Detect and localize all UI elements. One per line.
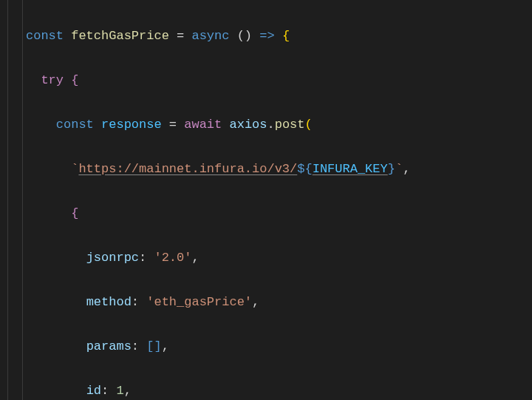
number-value: 1 <box>116 384 123 398</box>
comma: , <box>252 295 259 309</box>
operator: = <box>162 118 185 132</box>
code-line: `https://mainnet.infura.io/v3/${INFURA_K… <box>26 158 532 180</box>
comma: , <box>124 384 132 398</box>
backtick: ` <box>71 162 78 176</box>
prop-params: params <box>86 339 132 353</box>
keyword-async: async <box>191 29 229 43</box>
string-value: '2.0' <box>154 251 191 265</box>
parens: () <box>229 29 259 43</box>
code-line: try { <box>26 70 532 92</box>
colon: : <box>139 251 154 265</box>
string-value: 'eth_gasPrice' <box>146 295 252 309</box>
code-editor[interactable]: const fetchGasPrice = async () => { try … <box>0 0 532 400</box>
code-line: id: 1, <box>26 380 532 400</box>
code-area[interactable]: const fetchGasPrice = async () => { try … <box>26 0 532 400</box>
var-axios: axios <box>229 118 267 132</box>
code-line: jsonrpc: '2.0', <box>26 247 532 269</box>
operator: = <box>169 29 192 43</box>
keyword-try: try <box>41 73 64 87</box>
template-open: ${ <box>297 162 312 176</box>
dot: . <box>267 118 275 132</box>
comma: , <box>403 162 410 176</box>
template-close: } <box>388 162 395 176</box>
brace-open: { <box>275 29 290 43</box>
const-infura-key: INFURA_KEY <box>313 162 388 176</box>
backtick: ` <box>395 162 403 176</box>
function-name: fetchGasPrice <box>71 29 169 43</box>
code-line: const response = await axios.post( <box>26 114 532 136</box>
colon: : <box>101 384 116 398</box>
keyword-const: const <box>26 29 64 43</box>
code-line: const fetchGasPrice = async () => { <box>26 25 532 47</box>
bracket-close: ] <box>154 339 161 353</box>
colon: : <box>132 295 146 309</box>
brace-open: { <box>64 73 78 87</box>
paren-open: ( <box>305 118 313 132</box>
keyword-await: await <box>184 118 222 132</box>
colon: : <box>132 339 146 353</box>
code-line: { <box>26 203 532 225</box>
prop-jsonrpc: jsonrpc <box>86 251 139 265</box>
prop-method: method <box>86 295 132 309</box>
method-post: post <box>275 118 305 132</box>
prop-id: id <box>86 384 101 398</box>
brace-open: { <box>71 206 78 220</box>
comma: , <box>162 339 169 353</box>
code-line: params: [], <box>26 336 532 358</box>
indent-guides <box>0 0 26 400</box>
var-response: response <box>101 118 162 132</box>
code-line: method: 'eth_gasPrice', <box>26 291 532 313</box>
comma: , <box>191 251 199 265</box>
bracket-open: [ <box>146 339 154 353</box>
keyword-const: const <box>56 118 94 132</box>
url-string: https://mainnet.infura.io/v3/ <box>78 162 297 176</box>
arrow: => <box>259 29 274 43</box>
